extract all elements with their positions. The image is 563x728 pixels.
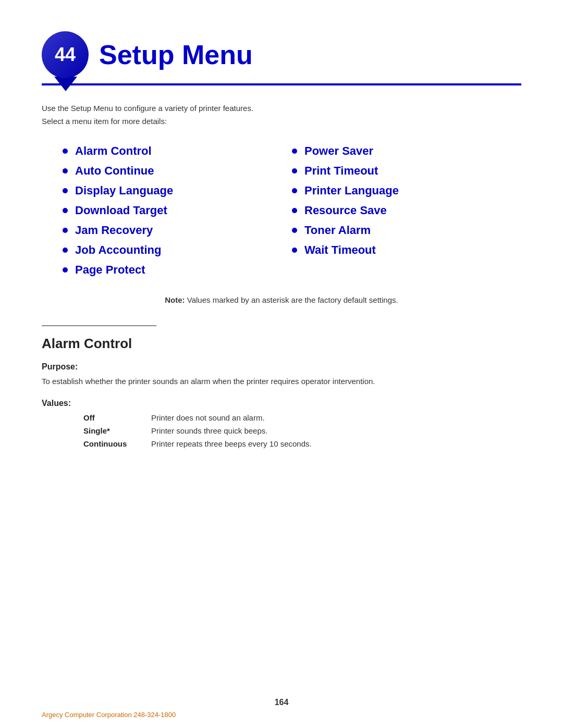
- bullet-icon: [63, 248, 68, 253]
- values-table: Off Printer does not sound an alarm. Sin…: [83, 413, 521, 448]
- menu-item-jam-recovery[interactable]: Jam Recovery: [63, 220, 292, 240]
- alarm-section: Alarm Control Purpose: To establish whet…: [42, 336, 521, 448]
- menu-link-wait-timeout[interactable]: Wait Timeout: [304, 243, 376, 257]
- value-desc-continuous: Printer repeats three beeps every 10 sec…: [151, 439, 312, 448]
- menu-link-print-timeout[interactable]: Print Timeout: [304, 164, 378, 178]
- purpose-label: Purpose:: [42, 362, 521, 372]
- page-title: Setup Menu: [99, 39, 253, 70]
- menu-link-jam-recovery[interactable]: Jam Recovery: [75, 224, 153, 237]
- bullet-icon: [63, 168, 68, 174]
- menu-grid: Alarm Control Auto Continue Display Lang…: [63, 141, 521, 280]
- bullet-icon: [292, 208, 297, 213]
- menu-link-download-target[interactable]: Download Target: [75, 204, 167, 217]
- menu-link-toner-alarm[interactable]: Toner Alarm: [304, 224, 371, 237]
- bullet-icon: [63, 208, 68, 213]
- page-container: 44 Setup Menu Use the Setup Menu to conf…: [0, 0, 563, 728]
- menu-link-page-protect[interactable]: Page Protect: [75, 263, 145, 277]
- section-divider: [42, 325, 156, 326]
- bullet-icon: [292, 168, 297, 174]
- intro-line2: Select a menu item for more details:: [42, 117, 521, 126]
- menu-item-printer-language[interactable]: Printer Language: [292, 181, 521, 201]
- menu-link-auto-continue[interactable]: Auto Continue: [75, 164, 154, 178]
- bullet-icon: [292, 228, 297, 233]
- menu-link-printer-language[interactable]: Printer Language: [304, 184, 399, 198]
- intro-section: Use the Setup Menu to configure a variet…: [42, 104, 521, 126]
- alarm-section-title: Alarm Control: [42, 336, 521, 352]
- badge-number: 44: [55, 44, 76, 66]
- value-row-single: Single* Printer sounds three quick beeps…: [83, 426, 521, 435]
- value-row-off: Off Printer does not sound an alarm.: [83, 413, 521, 422]
- menu-link-alarm-control[interactable]: Alarm Control: [75, 144, 152, 158]
- menu-link-job-accounting[interactable]: Job Accounting: [75, 243, 161, 257]
- value-label-off: Off: [83, 413, 151, 422]
- footer-company: Argecy Computer Corporation 248-324-1800: [42, 711, 176, 719]
- menu-link-power-saver[interactable]: Power Saver: [304, 144, 373, 158]
- badge-circle: 44: [42, 31, 89, 78]
- bullet-icon: [292, 248, 297, 253]
- menu-item-resource-save[interactable]: Resource Save: [292, 201, 521, 220]
- menu-item-print-timeout[interactable]: Print Timeout: [292, 161, 521, 181]
- menu-link-display-language[interactable]: Display Language: [75, 184, 173, 198]
- menu-item-power-saver[interactable]: Power Saver: [292, 141, 521, 161]
- menu-column-left: Alarm Control Auto Continue Display Lang…: [63, 141, 292, 280]
- bullet-icon: [63, 267, 68, 273]
- bullet-icon: [63, 228, 68, 233]
- menu-item-display-language[interactable]: Display Language: [63, 181, 292, 201]
- badge-arrow: [54, 77, 77, 91]
- intro-line1: Use the Setup Menu to configure a variet…: [42, 104, 521, 113]
- header-area: 44 Setup Menu: [42, 31, 521, 78]
- menu-item-job-accounting[interactable]: Job Accounting: [63, 240, 292, 260]
- menu-column-right: Power Saver Print Timeout Printer Langua…: [292, 141, 521, 280]
- value-desc-single: Printer sounds three quick beeps.: [151, 426, 267, 435]
- page-number: 164: [275, 698, 289, 707]
- menu-item-toner-alarm[interactable]: Toner Alarm: [292, 220, 521, 240]
- bullet-icon: [292, 188, 297, 193]
- header-rule: [42, 83, 521, 85]
- menu-link-resource-save[interactable]: Resource Save: [304, 204, 387, 217]
- menu-item-alarm-control[interactable]: Alarm Control: [63, 141, 292, 161]
- value-label-single: Single*: [83, 426, 151, 435]
- menu-item-download-target[interactable]: Download Target: [63, 201, 292, 220]
- menu-item-wait-timeout[interactable]: Wait Timeout: [292, 240, 521, 260]
- value-label-continuous: Continuous: [83, 439, 151, 448]
- bullet-icon: [63, 149, 68, 154]
- values-label: Values:: [42, 399, 521, 408]
- value-desc-off: Printer does not sound an alarm.: [151, 413, 265, 422]
- note-section: Note: Values marked by an asterisk are t…: [42, 295, 521, 304]
- purpose-text: To establish whether the printer sounds …: [42, 377, 521, 386]
- value-row-continuous: Continuous Printer repeats three beeps e…: [83, 439, 521, 448]
- note-text: Values marked by an asterisk are the fac…: [185, 295, 398, 304]
- bullet-icon: [292, 149, 297, 154]
- note-label: Note:: [165, 295, 185, 304]
- bullet-icon: [63, 188, 68, 193]
- menu-item-page-protect[interactable]: Page Protect: [63, 260, 292, 280]
- menu-item-auto-continue[interactable]: Auto Continue: [63, 161, 292, 181]
